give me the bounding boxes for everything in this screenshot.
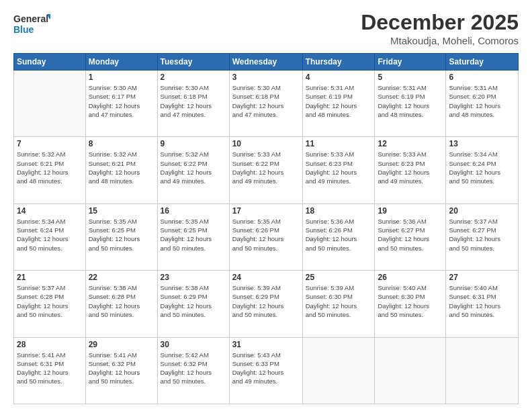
day-info: Sunrise: 5:33 AM Sunset: 6:22 PM Dayligh… bbox=[232, 150, 300, 185]
calendar-cell: 8Sunrise: 5:32 AM Sunset: 6:21 PM Daylig… bbox=[85, 137, 157, 203]
day-number: 19 bbox=[378, 206, 443, 216]
day-info: Sunrise: 5:40 AM Sunset: 6:31 PM Dayligh… bbox=[449, 283, 515, 319]
calendar-cell: 1Sunrise: 5:30 AM Sunset: 6:17 PM Daylig… bbox=[85, 71, 157, 137]
calendar-cell: 24Sunrise: 5:39 AM Sunset: 6:29 PM Dayli… bbox=[229, 271, 302, 337]
day-number: 28 bbox=[17, 340, 83, 349]
calendar-cell: 30Sunrise: 5:42 AM Sunset: 6:32 PM Dayli… bbox=[157, 337, 229, 404]
calendar-cell: 13Sunrise: 5:34 AM Sunset: 6:24 PM Dayli… bbox=[446, 137, 519, 203]
day-number: 18 bbox=[306, 206, 372, 216]
day-info: Sunrise: 5:35 AM Sunset: 6:25 PM Dayligh… bbox=[161, 217, 226, 253]
day-number: 27 bbox=[449, 273, 515, 282]
day-number: 15 bbox=[89, 206, 154, 216]
calendar-cell: 28Sunrise: 5:41 AM Sunset: 6:31 PM Dayli… bbox=[14, 337, 86, 404]
day-info: Sunrise: 5:31 AM Sunset: 6:19 PM Dayligh… bbox=[306, 83, 372, 119]
day-number: 14 bbox=[17, 206, 83, 216]
calendar-week-row: 7Sunrise: 5:32 AM Sunset: 6:21 PM Daylig… bbox=[14, 137, 519, 203]
calendar-cell: 15Sunrise: 5:35 AM Sunset: 6:25 PM Dayli… bbox=[85, 203, 157, 270]
day-info: Sunrise: 5:34 AM Sunset: 6:24 PM Dayligh… bbox=[449, 150, 515, 185]
day-of-week-header: Tuesday bbox=[157, 54, 229, 71]
calendar-cell bbox=[375, 337, 446, 404]
calendar-cell: 3Sunrise: 5:30 AM Sunset: 6:18 PM Daylig… bbox=[229, 71, 302, 137]
day-info: Sunrise: 5:32 AM Sunset: 6:21 PM Dayligh… bbox=[17, 150, 83, 185]
day-of-week-header: Monday bbox=[85, 54, 157, 71]
calendar-cell: 22Sunrise: 5:38 AM Sunset: 6:28 PM Dayli… bbox=[85, 271, 157, 337]
day-number: 1 bbox=[89, 73, 154, 82]
day-number: 20 bbox=[449, 206, 515, 216]
day-of-week-header: Thursday bbox=[302, 54, 375, 71]
calendar-cell: 14Sunrise: 5:34 AM Sunset: 6:24 PM Dayli… bbox=[14, 203, 86, 270]
day-number: 24 bbox=[232, 273, 300, 282]
day-of-week-header: Friday bbox=[375, 54, 446, 71]
calendar-cell: 18Sunrise: 5:36 AM Sunset: 6:26 PM Dayli… bbox=[302, 203, 375, 270]
day-info: Sunrise: 5:36 AM Sunset: 6:26 PM Dayligh… bbox=[306, 217, 372, 253]
calendar-cell: 29Sunrise: 5:41 AM Sunset: 6:32 PM Dayli… bbox=[85, 337, 157, 404]
calendar-cell: 20Sunrise: 5:37 AM Sunset: 6:27 PM Dayli… bbox=[446, 203, 519, 270]
calendar-cell: 21Sunrise: 5:37 AM Sunset: 6:28 PM Dayli… bbox=[14, 271, 86, 337]
day-info: Sunrise: 5:41 AM Sunset: 6:32 PM Dayligh… bbox=[89, 351, 154, 386]
day-info: Sunrise: 5:39 AM Sunset: 6:29 PM Dayligh… bbox=[232, 283, 300, 319]
day-info: Sunrise: 5:37 AM Sunset: 6:28 PM Dayligh… bbox=[17, 283, 83, 319]
day-info: Sunrise: 5:33 AM Sunset: 6:23 PM Dayligh… bbox=[306, 150, 372, 185]
day-info: Sunrise: 5:40 AM Sunset: 6:30 PM Dayligh… bbox=[378, 283, 443, 319]
calendar-cell bbox=[446, 337, 519, 404]
day-of-week-header: Saturday bbox=[446, 54, 519, 71]
calendar-cell: 27Sunrise: 5:40 AM Sunset: 6:31 PM Dayli… bbox=[446, 271, 519, 337]
day-number: 13 bbox=[449, 139, 515, 148]
calendar-cell: 4Sunrise: 5:31 AM Sunset: 6:19 PM Daylig… bbox=[302, 71, 375, 137]
day-number: 3 bbox=[232, 73, 300, 82]
day-number: 8 bbox=[89, 139, 154, 148]
day-info: Sunrise: 5:42 AM Sunset: 6:32 PM Dayligh… bbox=[161, 351, 226, 386]
calendar-cell: 7Sunrise: 5:32 AM Sunset: 6:21 PM Daylig… bbox=[14, 137, 86, 203]
calendar-week-row: 14Sunrise: 5:34 AM Sunset: 6:24 PM Dayli… bbox=[14, 203, 519, 270]
calendar-cell: 25Sunrise: 5:39 AM Sunset: 6:30 PM Dayli… bbox=[302, 271, 375, 337]
day-number: 12 bbox=[378, 139, 443, 148]
svg-text:General: General bbox=[13, 13, 48, 24]
month-title: December 2025 bbox=[361, 10, 519, 35]
day-info: Sunrise: 5:36 AM Sunset: 6:27 PM Dayligh… bbox=[378, 217, 443, 253]
logo-svg: General Blue bbox=[13, 10, 50, 38]
calendar-cell: 11Sunrise: 5:33 AM Sunset: 6:23 PM Dayli… bbox=[302, 137, 375, 203]
day-info: Sunrise: 5:32 AM Sunset: 6:21 PM Dayligh… bbox=[89, 150, 154, 185]
calendar-cell: 12Sunrise: 5:33 AM Sunset: 6:23 PM Dayli… bbox=[375, 137, 446, 203]
day-info: Sunrise: 5:32 AM Sunset: 6:22 PM Dayligh… bbox=[161, 150, 226, 185]
calendar-week-row: 21Sunrise: 5:37 AM Sunset: 6:28 PM Dayli… bbox=[14, 271, 519, 337]
day-info: Sunrise: 5:41 AM Sunset: 6:31 PM Dayligh… bbox=[17, 351, 83, 386]
day-info: Sunrise: 5:31 AM Sunset: 6:20 PM Dayligh… bbox=[449, 83, 515, 119]
day-info: Sunrise: 5:38 AM Sunset: 6:29 PM Dayligh… bbox=[161, 283, 226, 319]
calendar-cell bbox=[302, 337, 375, 404]
day-info: Sunrise: 5:35 AM Sunset: 6:26 PM Dayligh… bbox=[232, 217, 300, 253]
day-number: 17 bbox=[232, 206, 300, 216]
day-number: 6 bbox=[449, 73, 515, 82]
day-info: Sunrise: 5:30 AM Sunset: 6:18 PM Dayligh… bbox=[161, 83, 226, 119]
day-of-week-header: Wednesday bbox=[229, 54, 302, 71]
day-info: Sunrise: 5:33 AM Sunset: 6:23 PM Dayligh… bbox=[378, 150, 443, 185]
calendar-cell: 6Sunrise: 5:31 AM Sunset: 6:20 PM Daylig… bbox=[446, 71, 519, 137]
calendar-cell: 10Sunrise: 5:33 AM Sunset: 6:22 PM Dayli… bbox=[229, 137, 302, 203]
calendar-cell: 31Sunrise: 5:43 AM Sunset: 6:33 PM Dayli… bbox=[229, 337, 302, 404]
calendar-cell: 9Sunrise: 5:32 AM Sunset: 6:22 PM Daylig… bbox=[157, 137, 229, 203]
day-info: Sunrise: 5:30 AM Sunset: 6:18 PM Dayligh… bbox=[232, 83, 300, 119]
day-number: 29 bbox=[89, 340, 154, 349]
calendar-week-row: 28Sunrise: 5:41 AM Sunset: 6:31 PM Dayli… bbox=[14, 337, 519, 404]
location-title: Mtakoudja, Moheli, Comoros bbox=[361, 35, 519, 46]
calendar-cell: 23Sunrise: 5:38 AM Sunset: 6:29 PM Dayli… bbox=[157, 271, 229, 337]
day-info: Sunrise: 5:43 AM Sunset: 6:33 PM Dayligh… bbox=[232, 351, 300, 386]
svg-text:Blue: Blue bbox=[13, 24, 34, 35]
calendar-cell: 17Sunrise: 5:35 AM Sunset: 6:26 PM Dayli… bbox=[229, 203, 302, 270]
title-block: December 2025 Mtakoudja, Moheli, Comoros bbox=[361, 10, 519, 46]
day-info: Sunrise: 5:31 AM Sunset: 6:19 PM Dayligh… bbox=[378, 83, 443, 119]
day-number: 31 bbox=[232, 340, 300, 349]
day-info: Sunrise: 5:39 AM Sunset: 6:30 PM Dayligh… bbox=[306, 283, 372, 319]
day-number: 4 bbox=[306, 73, 372, 82]
day-number: 16 bbox=[161, 206, 226, 216]
day-number: 25 bbox=[306, 273, 372, 282]
calendar-week-row: 1Sunrise: 5:30 AM Sunset: 6:17 PM Daylig… bbox=[14, 71, 519, 137]
day-number: 30 bbox=[161, 340, 226, 349]
header: General Blue December 2025 Mtakoudja, Mo… bbox=[13, 10, 519, 46]
day-info: Sunrise: 5:34 AM Sunset: 6:24 PM Dayligh… bbox=[17, 217, 83, 253]
day-number: 21 bbox=[17, 273, 83, 282]
logo: General Blue bbox=[13, 10, 50, 38]
day-info: Sunrise: 5:35 AM Sunset: 6:25 PM Dayligh… bbox=[89, 217, 154, 253]
day-number: 10 bbox=[232, 139, 300, 148]
day-number: 7 bbox=[17, 139, 83, 148]
